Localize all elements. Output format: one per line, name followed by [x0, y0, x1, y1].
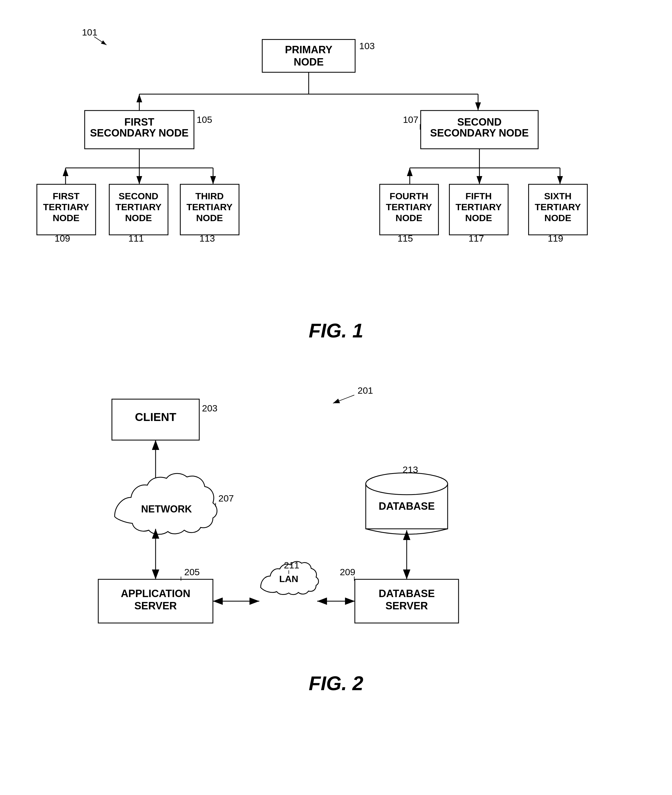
fig2-label: FIG. 2	[22, 672, 650, 694]
svg-text:NODE: NODE	[294, 56, 324, 68]
svg-text:NODE: NODE	[125, 213, 152, 223]
svg-text:105: 105	[197, 114, 212, 125]
svg-text:117: 117	[468, 233, 484, 243]
svg-text:211: 211	[284, 560, 299, 570]
svg-line-3	[94, 37, 106, 45]
svg-text:NODE: NODE	[53, 213, 79, 223]
svg-rect-33	[37, 184, 96, 235]
svg-text:201: 201	[358, 385, 373, 395]
svg-text:101: 101	[82, 27, 98, 37]
svg-rect-13	[85, 110, 194, 149]
svg-text:DATABASE: DATABASE	[379, 501, 435, 512]
svg-rect-4	[262, 40, 355, 72]
svg-text:NETWORK: NETWORK	[141, 504, 192, 515]
svg-rect-48	[380, 184, 438, 235]
svg-text:SERVER: SERVER	[134, 600, 177, 611]
svg-text:FIRST: FIRST	[124, 116, 154, 128]
svg-text:TERTIARY: TERTIARY	[456, 202, 502, 212]
svg-text:LAN: LAN	[279, 574, 298, 584]
fig2-wrapper: 201 CLIENT 203 NETWORK 207	[22, 364, 650, 694]
svg-text:113: 113	[200, 233, 215, 243]
svg-text:207: 207	[218, 493, 234, 504]
svg-text:TERTIARY: TERTIARY	[115, 202, 162, 212]
svg-text:205: 205	[184, 567, 200, 577]
fig1-diagram: 101 PRIMARY NODE 103 FIRST SECONDARY NOD…	[22, 16, 650, 303]
svg-rect-18	[421, 110, 538, 149]
svg-text:213: 213	[403, 464, 418, 475]
svg-rect-58	[529, 184, 587, 235]
svg-text:115: 115	[397, 233, 413, 243]
svg-line-66	[333, 395, 354, 403]
svg-text:APPLICATION: APPLICATION	[121, 588, 190, 599]
svg-text:NODE: NODE	[395, 213, 422, 223]
svg-text:FIFTH: FIFTH	[466, 191, 491, 201]
fig1-label: FIG. 1	[22, 320, 650, 342]
svg-text:111: 111	[128, 233, 144, 243]
svg-text:SIXTH: SIXTH	[544, 191, 571, 201]
svg-text:PRIMARY: PRIMARY	[285, 44, 333, 55]
svg-text:203: 203	[202, 403, 218, 413]
svg-rect-43	[181, 184, 239, 235]
svg-text:107: 107	[403, 114, 418, 125]
svg-text:TERTIARY: TERTIARY	[386, 202, 432, 212]
svg-text:SECOND: SECOND	[119, 191, 158, 201]
fig2-diagram: 201 CLIENT 203 NETWORK 207	[22, 364, 650, 664]
svg-text:TERTIARY: TERTIARY	[43, 202, 89, 212]
svg-text:SECOND: SECOND	[457, 116, 502, 128]
svg-rect-38	[109, 184, 168, 235]
svg-text:THIRD: THIRD	[195, 191, 224, 201]
svg-text:CLIENT: CLIENT	[135, 411, 176, 424]
svg-point-93	[366, 473, 448, 495]
page: 101 PRIMARY NODE 103 FIRST SECONDARY NOD…	[0, 0, 672, 711]
svg-text:SECONDARY NODE: SECONDARY NODE	[430, 127, 529, 139]
svg-text:FIRST: FIRST	[53, 191, 79, 201]
svg-text:TERTIARY: TERTIARY	[186, 202, 232, 212]
svg-text:209: 209	[340, 567, 355, 577]
svg-text:FOURTH: FOURTH	[389, 191, 428, 201]
svg-rect-53	[449, 184, 508, 235]
svg-text:DATABASE: DATABASE	[379, 588, 435, 599]
svg-text:NODE: NODE	[544, 213, 571, 223]
svg-text:NODE: NODE	[465, 213, 492, 223]
svg-text:TERTIARY: TERTIARY	[535, 202, 581, 212]
svg-text:103: 103	[359, 41, 375, 51]
svg-text:109: 109	[54, 233, 70, 243]
svg-text:SECONDARY NODE: SECONDARY NODE	[90, 127, 189, 139]
svg-text:SERVER: SERVER	[386, 600, 428, 611]
svg-text:NODE: NODE	[196, 213, 223, 223]
svg-text:119: 119	[548, 233, 563, 243]
